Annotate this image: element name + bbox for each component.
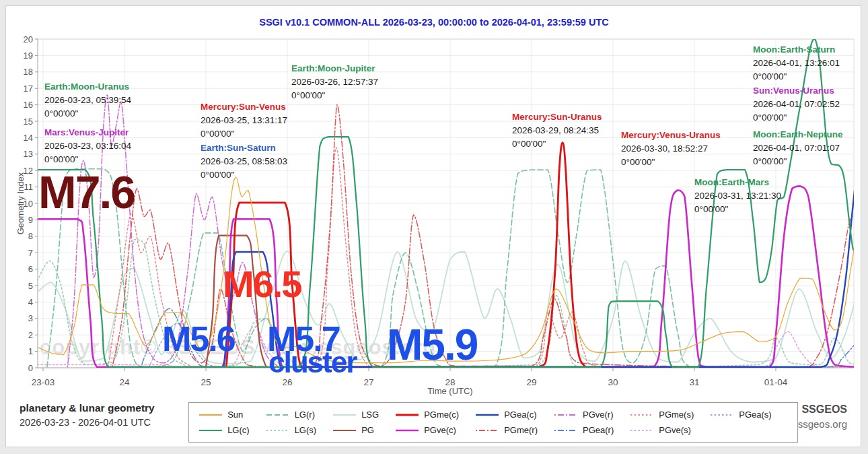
annotation-date: 2026-04-01, 13:26:01 (753, 57, 840, 70)
chart-annotation-8: Moon:Earth-Saturn2026-04-01, 13:26:010°0… (753, 43, 840, 84)
svg-text:25: 25 (201, 377, 211, 387)
x-axis-label: Time (UTC) (383, 386, 517, 396)
y-axis-label: Geometry Index (15, 156, 26, 251)
footer: planetary & lunar geometry 2026-03-23 - … (6, 397, 862, 448)
legend-label: PGve(r) (583, 410, 614, 420)
magnitude-label-m7.6: M7.6 (38, 169, 135, 215)
annotation-angle: 0°00'00" (621, 156, 721, 169)
legend-label: PG (361, 425, 374, 435)
annotation-date: 2026-04-01, 07:02:52 (753, 98, 840, 111)
legend-item-PG: PG (332, 425, 395, 435)
legend-label: LG(s) (295, 425, 317, 435)
magnitude-label-cluster: cluster (268, 348, 356, 377)
svg-text:29: 29 (526, 377, 536, 387)
svg-text:17: 17 (24, 84, 33, 94)
footer-left-block: planetary & lunar geometry 2026-03-23 - … (20, 402, 183, 428)
annotation-title: Mercury:Sun-Venus (201, 100, 287, 114)
legend: SunLG(r)LSGPGme(c)PGea(c)PGve(r)PGme(s)P… (188, 402, 798, 443)
annotation-title: Earth:Sun-Saturn (201, 141, 287, 155)
legend-item-PGve(r): PGve(r) (554, 410, 630, 420)
svg-text:01-04: 01-04 (764, 377, 788, 387)
svg-text:1: 1 (28, 346, 33, 356)
chart-annotation-11: Moon:Earth-Mars2026-03-31, 13:21:300°00'… (694, 176, 781, 216)
footer-date-range: 2026-03-23 - 2026-04-01 UTC (20, 417, 183, 428)
svg-text:15: 15 (24, 117, 33, 127)
svg-text:19: 19 (24, 51, 33, 61)
svg-text:30: 30 (608, 377, 618, 387)
annotation-date: 2026-03-30, 18:52:27 (621, 142, 721, 156)
magnitude-label-m5.9: M5.9 (387, 323, 477, 366)
chart-area: copyright© SSGEOS www.ssgeos.org 0123456… (6, 6, 862, 397)
svg-text:6: 6 (28, 264, 33, 274)
legend-label: Sun (227, 410, 243, 420)
chart-card: copyright© SSGEOS www.ssgeos.org 0123456… (5, 5, 861, 447)
annotation-date: 2026-03-31, 13:21:30 (694, 189, 781, 203)
page: { "title": "SSGI v10.1 COMMON-ALL 2026-0… (0, 0, 868, 454)
annotation-angle: 0°00'00" (291, 89, 378, 102)
annotation-angle: 0°00'00" (694, 203, 781, 216)
brand-site: ssgeos.org (798, 418, 847, 430)
chart-annotation-3: Mercury:Sun-Venus2026-03-25, 13:31:170°0… (201, 100, 287, 141)
annotation-date: 2026-03-23, 03:16:04 (44, 139, 131, 153)
annotation-title: Earth:Moon-Jupiter (291, 62, 378, 75)
annotation-angle: 0°00'00" (753, 70, 840, 84)
legend-swatch-PGea(s) (710, 412, 734, 418)
legend-swatch-PGve(c) (395, 427, 419, 434)
svg-text:2: 2 (28, 330, 33, 340)
legend-swatch-PGea(c) (475, 412, 499, 418)
legend-swatch-LSG (332, 412, 357, 418)
annotation-title: Sun:Venus-Uranus (753, 84, 840, 98)
annotation-date: 2026-03-25, 13:31:17 (201, 114, 287, 127)
svg-text:24: 24 (119, 377, 130, 387)
legend-label: LG(r) (295, 410, 315, 420)
legend-label: PGea(c) (504, 410, 536, 420)
brand-name: SSGEOS (798, 403, 847, 416)
footer-right-block: SSGEOS ssgeos.org (798, 403, 847, 430)
legend-swatch-PG (332, 427, 357, 434)
magnitude-label-m6.5: M6.5 (223, 265, 301, 303)
chart-annotation-9: Sun:Venus-Uranus2026-04-01, 07:02:520°00… (753, 84, 840, 125)
annotation-title: Moon:Earth-Neptune (753, 128, 842, 141)
annotation-angle: 0°00'00" (753, 111, 840, 125)
legend-swatch-LG(s) (266, 427, 290, 434)
legend-swatch-Sun (198, 412, 223, 418)
svg-text:5: 5 (28, 281, 33, 291)
svg-text:4: 4 (28, 297, 33, 307)
legend-item-LG(c): LG(c) (198, 425, 266, 435)
legend-item-PGea(r): PGea(r) (554, 425, 630, 435)
magnitude-label-m5.6: M5.6 (162, 321, 235, 356)
chart-annotation-7: Mercury:Venus-Uranus2026-03-30, 18:52:27… (621, 129, 721, 169)
legend-item-LG(r): LG(r) (266, 410, 333, 420)
legend-label: PGea(r) (583, 425, 614, 435)
annotation-title: Mercury:Venus-Uranus (621, 129, 721, 142)
annotation-title: Moon:Earth-Saturn (753, 43, 840, 57)
annotation-angle: 0°00'00" (753, 155, 842, 168)
annotation-date: 2026-03-25, 08:58:03 (201, 155, 287, 168)
svg-text:9: 9 (28, 215, 33, 225)
legend-item-PGme(s): PGme(s) (630, 410, 710, 420)
legend-label: PGve(s) (659, 425, 691, 435)
legend-label: LSG (361, 410, 379, 420)
svg-text:16: 16 (24, 100, 33, 110)
legend-label: PGme(s) (659, 410, 694, 420)
legend-item-PGve(s): PGve(s) (630, 425, 710, 435)
annotation-angle: 0°00'00" (44, 107, 131, 121)
legend-swatch-PGme(c) (395, 412, 419, 418)
annotation-date: 2026-03-26, 12:57:37 (291, 75, 378, 89)
chart-title: SSGI v10.1 COMMON-ALL 2026-03-23, 00:00:… (6, 17, 862, 28)
legend-item-LG(s): LG(s) (266, 425, 333, 435)
chart-annotation-10: Moon:Earth-Neptune2026-04-01, 07:01:070°… (753, 128, 842, 168)
annotation-angle: 0°00'00" (201, 127, 287, 141)
svg-text:18: 18 (24, 67, 33, 77)
svg-text:23-03: 23-03 (32, 377, 55, 387)
svg-text:20: 20 (24, 34, 33, 44)
footer-title: planetary & lunar geometry (20, 402, 183, 414)
annotation-angle: 0°00'00" (512, 137, 602, 151)
legend-swatch-PGme(s) (630, 412, 654, 418)
legend-label: LG(c) (227, 425, 250, 435)
chart-annotation-4: Earth:Sun-Saturn2026-03-25, 08:58:030°00… (201, 141, 287, 182)
legend-label: PGme(r) (504, 425, 538, 435)
svg-text:7: 7 (28, 248, 33, 258)
annotation-date: 2026-04-01, 07:01:07 (753, 141, 842, 155)
legend-item-PGea(s): PGea(s) (710, 410, 787, 420)
